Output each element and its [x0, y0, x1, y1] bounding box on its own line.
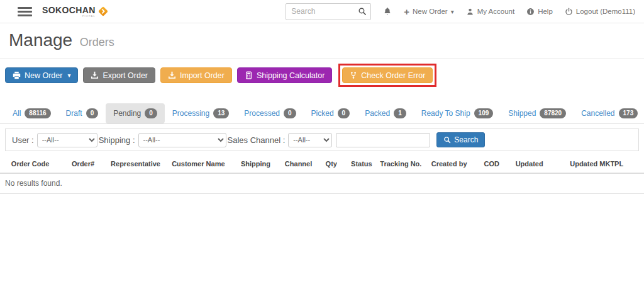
tab-picked[interactable]: Picked0	[304, 103, 358, 123]
user-filter-select[interactable]: --All--	[37, 133, 97, 147]
tab-count-badge: 0	[145, 108, 157, 118]
tab-label: Draft	[66, 109, 82, 118]
col-header-tracking-no: Tracking No.	[377, 155, 425, 173]
tab-count-badge: 0	[338, 108, 350, 118]
logout-label: Logout (Demo111)	[576, 8, 635, 15]
tab-cancelled[interactable]: Cancelled173	[574, 103, 644, 123]
download-icon	[91, 71, 99, 79]
plus-icon: +	[404, 7, 409, 16]
calculator-icon	[245, 71, 253, 79]
tab-count-badge: 88116	[25, 108, 50, 118]
col-header-created-by: Created by	[425, 155, 474, 173]
tab-label: Picked	[311, 109, 334, 118]
page-header: Manage Orders	[0, 23, 644, 59]
import-order-button-label: Import Order	[180, 71, 225, 80]
col-header-qty: Qty	[317, 155, 346, 173]
global-search	[286, 3, 371, 20]
user-icon	[466, 8, 474, 16]
toolbar: New Order ▾ Export Order Import Order Sh…	[0, 59, 644, 91]
tab-ready-to-ship[interactable]: Ready To Ship109	[414, 103, 501, 123]
check-order-error-button-label: Check Order Error	[361, 71, 425, 80]
tab-count-badge: 173	[619, 108, 638, 118]
my-account-label: My Account	[477, 8, 514, 15]
notifications-bell-icon[interactable]	[383, 7, 392, 16]
navbar-right: + New Order ▾ My Account Help Lo	[286, 3, 635, 20]
print-icon	[13, 71, 21, 79]
annotation-highlight-box: Check Order Error	[338, 64, 436, 87]
tab-processed[interactable]: Processed0	[236, 103, 303, 123]
tab-count-badge: 1	[394, 108, 406, 118]
col-header-customer-name: Customer Name	[165, 155, 231, 173]
tab-label: Processing	[172, 109, 209, 118]
col-header-order-number: Order#	[60, 155, 106, 173]
top-navbar: SOKOCHAN PICPAL	[0, 0, 644, 23]
col-header-shipping: Shipping	[231, 155, 280, 173]
menu-toggle-icon[interactable]	[18, 7, 32, 16]
tab-packed[interactable]: Packed1	[357, 103, 414, 123]
user-filter-label: User :	[12, 135, 34, 145]
new-order-button[interactable]: New Order ▾	[5, 67, 78, 83]
page-title: Manage	[9, 30, 72, 50]
shipping-filter-select[interactable]: --All--	[138, 133, 226, 147]
my-account-menu[interactable]: My Account	[466, 8, 514, 16]
tab-processing[interactable]: Processing13	[165, 103, 237, 123]
search-button[interactable]: Search	[436, 132, 485, 147]
tab-all[interactable]: All88116	[5, 103, 58, 123]
tab-draft[interactable]: Draft0	[58, 103, 106, 123]
import-order-button[interactable]: Import Order	[160, 67, 232, 83]
logo-diamond-icon	[97, 6, 109, 17]
table-header-row: Order Code Order# Representative Custome…	[0, 155, 644, 173]
shipping-calculator-button[interactable]: Shipping Calculator	[237, 67, 332, 83]
logo[interactable]: SOKOCHAN PICPAL	[42, 5, 109, 18]
search-button-label: Search	[454, 135, 478, 144]
col-header-updated: Updated	[509, 155, 549, 173]
export-order-button[interactable]: Export Order	[83, 67, 155, 83]
tab-shipped[interactable]: Shipped87820	[501, 103, 574, 123]
shipping-filter-label: Shipping :	[99, 135, 135, 145]
logout-link[interactable]: Logout (Demo111)	[565, 8, 635, 16]
info-icon	[526, 8, 535, 16]
tab-label: Ready To Ship	[421, 109, 470, 118]
new-order-menu-label: New Order	[413, 8, 448, 15]
new-order-button-label: New Order	[25, 71, 62, 80]
col-header-channel: Channel	[280, 155, 316, 173]
download-icon	[168, 71, 176, 79]
chevron-down-icon: ▾	[451, 8, 454, 15]
tab-count-badge: 13	[213, 108, 229, 118]
page-subtitle: Orders	[80, 36, 114, 48]
tab-pending[interactable]: Pending0	[106, 103, 165, 123]
col-header-representative: Representative	[106, 155, 165, 173]
sales-channel-filter-label: Sales Channel :	[228, 135, 286, 145]
help-menu[interactable]: Help	[526, 8, 553, 16]
tab-label: Packed	[365, 109, 390, 118]
tab-count-badge: 0	[284, 108, 296, 118]
tab-count-badge: 87820	[540, 108, 566, 118]
col-header-status: Status	[346, 155, 377, 173]
check-order-error-button[interactable]: Check Order Error	[342, 67, 433, 83]
search-input[interactable]	[286, 7, 354, 16]
new-order-menu[interactable]: + New Order ▾	[404, 7, 453, 16]
empty-message: No results found.	[0, 173, 644, 194]
search-icon[interactable]	[354, 4, 370, 20]
tab-label: Shipped	[508, 109, 536, 118]
tab-label: Pending	[113, 109, 141, 118]
sales-channel-filter-select[interactable]: --All--	[288, 133, 332, 147]
status-tabs: All88116 Draft0 Pending0 Processing13 Pr…	[0, 103, 644, 124]
orders-table: Order Code Order# Representative Custome…	[0, 155, 644, 194]
col-header-order-code: Order Code	[0, 155, 60, 173]
code-fork-icon	[350, 71, 357, 79]
tab-label: Cancelled	[581, 109, 614, 118]
logo-tagline: PICPAL	[82, 14, 96, 18]
tab-count-badge: 0	[86, 108, 99, 118]
tab-label: Processed	[244, 109, 280, 118]
col-header-updated-mktpl: Updated MKTPL	[549, 155, 644, 173]
help-label: Help	[538, 8, 553, 15]
tab-count-badge: 109	[474, 108, 494, 118]
power-icon	[565, 8, 573, 16]
export-order-button-label: Export Order	[103, 71, 148, 80]
filter-panel: User : --All-- Shipping : --All-- Sales …	[5, 128, 639, 151]
keyword-input[interactable]	[336, 133, 430, 147]
tab-label: All	[13, 109, 21, 118]
shipping-calculator-button-label: Shipping Calculator	[257, 71, 325, 80]
col-header-cod: COD	[474, 155, 509, 173]
